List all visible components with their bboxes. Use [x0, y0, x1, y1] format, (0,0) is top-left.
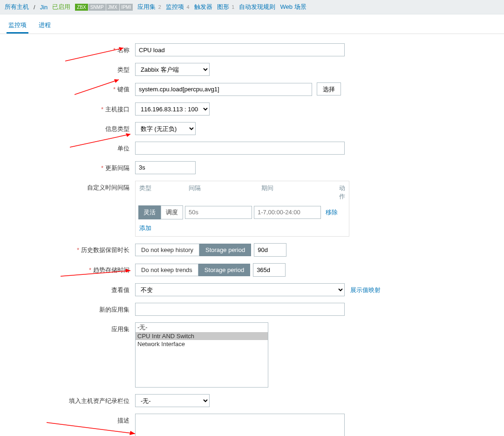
badge-group: ZBX SNMP JMX IPMI [75, 4, 133, 11]
applications-link[interactable]: 应用集 [137, 3, 156, 10]
ipmi-badge: IPMI [120, 4, 133, 11]
key-select-button[interactable]: 选择 [317, 82, 341, 95]
all-hosts-link[interactable]: 所有主机 [5, 3, 29, 11]
apps-link-wrap: 应用集 2 [137, 3, 161, 11]
interface-select[interactable]: 116.196.83.113 : 10050 [135, 102, 210, 116]
interval-input[interactable] [185, 206, 252, 219]
info-type-select[interactable]: 数字 (无正负) [135, 122, 196, 135]
list-item-cpu[interactable]: CPU Intr AND Switch [136, 332, 268, 340]
add-interval-link[interactable]: 添加 [136, 221, 155, 236]
enabled-status: 已启用 [52, 3, 70, 11]
history-value-input[interactable] [254, 243, 286, 257]
breadcrumb-bar: 所有主机 / Jin 已启用 ZBX SNMP JMX IPMI 应用集 2 监… [0, 0, 504, 14]
hdr-action: 动作 [330, 181, 349, 204]
apps-count: 2 [158, 4, 161, 10]
show-value-select[interactable]: 不变 [135, 283, 345, 296]
key-input[interactable] [135, 83, 312, 96]
history-storage-button[interactable]: Storage period [199, 244, 251, 256]
tab-process[interactable]: 进程 [37, 18, 53, 34]
label-new-application: 新的应用集 [0, 303, 135, 314]
hdr-type: 类型 [136, 181, 185, 204]
name-input[interactable] [135, 43, 345, 56]
zbx-badge: ZBX [75, 4, 88, 11]
label-info-type: 信息类型 [0, 122, 135, 133]
label-type: 类型 [0, 63, 135, 74]
items-link[interactable]: 监控项 [166, 3, 184, 10]
jmx-badge: JMX [106, 4, 119, 11]
tabs: 监控项 进程 [0, 14, 504, 34]
scheduled-button[interactable]: 调度 [161, 205, 183, 219]
snmp-badge: SNMP [89, 4, 106, 11]
flexible-button[interactable]: 灵活 [138, 205, 161, 219]
trends-group: Do not keep trends Storage period [135, 263, 504, 277]
list-item-none[interactable]: -无- [136, 323, 268, 332]
tab-item[interactable]: 监控项 [7, 18, 28, 34]
inventory-select[interactable]: -无- [135, 394, 210, 407]
items-link-wrap: 监控项 4 [166, 3, 190, 11]
item-form: *名称 类型 Zabbix 客户端 *键值 选择 *主机接口 116.196.8… [0, 34, 504, 436]
history-group: Do not keep history Storage period [135, 243, 504, 257]
trends-storage-button[interactable]: Storage period [198, 264, 250, 276]
description-textarea[interactable] [135, 414, 345, 436]
graphs-link-wrap: 图形 1 [217, 3, 235, 11]
applications-listbox[interactable]: -无- CPU Intr AND Switch Network Interfac… [135, 322, 268, 388]
host-link[interactable]: Jin [40, 4, 48, 11]
label-description: 描述 [0, 414, 135, 425]
trends-value-input[interactable] [253, 263, 286, 277]
graphs-link[interactable]: 图形 [217, 3, 229, 10]
type-select[interactable]: Zabbix 客户端 [135, 63, 210, 76]
units-input[interactable] [135, 142, 345, 155]
label-custom-intervals: 自定义时间间隔 [0, 181, 135, 192]
items-count: 4 [187, 4, 190, 10]
label-inventory: 填入主机资产纪录栏位 [0, 394, 135, 405]
custom-intervals-table: 类型 间隔 期间 动作 灵活 调度 移除 添加 [135, 181, 349, 237]
remove-interval-link[interactable]: 移除 [326, 208, 338, 217]
label-name: *名称 [0, 43, 135, 54]
label-interface: *主机接口 [0, 102, 135, 114]
interval-type-toggle: 灵活 调度 [138, 205, 183, 219]
period-input[interactable] [254, 206, 321, 219]
trends-nokeep-button[interactable]: Do not keep trends [135, 264, 198, 276]
label-applications: 应用集 [0, 322, 135, 334]
discovery-link[interactable]: 自动发现规则 [239, 3, 275, 11]
new-application-input[interactable] [135, 303, 345, 316]
list-item-net[interactable]: Network Interface [136, 340, 268, 348]
label-key: *键值 [0, 82, 135, 94]
hdr-period: 期间 [258, 181, 330, 204]
graphs-count: 1 [232, 4, 234, 10]
triggers-link[interactable]: 触发器 [194, 3, 212, 11]
update-interval-input[interactable] [135, 161, 196, 174]
history-nokeep-button[interactable]: Do not keep history [135, 244, 199, 256]
label-show-value: 查看值 [0, 283, 135, 294]
label-units: 单位 [0, 142, 135, 153]
label-trends: *趋势存储时间 [0, 263, 135, 274]
value-mapping-link[interactable]: 展示值映射 [350, 286, 381, 293]
label-history: *历史数据保留时长 [0, 243, 135, 254]
label-update-interval: *更新间隔 [0, 161, 135, 172]
breadcrumb-sep: / [34, 4, 35, 11]
hdr-interval: 间隔 [185, 181, 258, 204]
web-scenarios-link[interactable]: Web 场景 [280, 3, 306, 11]
